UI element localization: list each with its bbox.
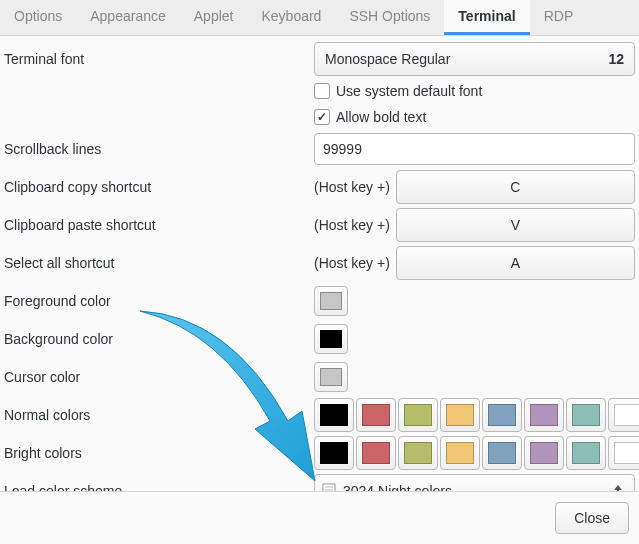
- copy-shortcut-label: Clipboard copy shortcut: [4, 179, 314, 195]
- normal-color-6[interactable]: [566, 398, 606, 432]
- color-swatch: [404, 442, 432, 464]
- bright-color-1[interactable]: [356, 436, 396, 470]
- bright-color-5[interactable]: [524, 436, 564, 470]
- hostkey-text: (Host key +): [314, 217, 390, 233]
- color-swatch: [320, 330, 342, 348]
- color-swatch: [320, 404, 348, 426]
- font-name: Monospace Regular: [325, 51, 450, 67]
- normal-colors-label: Normal colors: [4, 407, 314, 423]
- normal-color-0[interactable]: [314, 398, 354, 432]
- cursor-color-label: Cursor color: [4, 369, 314, 385]
- bright-palette: [314, 436, 639, 470]
- hostkey-text: (Host key +): [314, 255, 390, 271]
- use-system-font-label: Use system default font: [336, 83, 482, 99]
- bright-color-6[interactable]: [566, 436, 606, 470]
- bright-color-4[interactable]: [482, 436, 522, 470]
- normal-color-3[interactable]: [440, 398, 480, 432]
- file-icon: [321, 483, 337, 491]
- color-swatch: [530, 442, 558, 464]
- background-color-label: Background color: [4, 331, 314, 347]
- scrollback-input[interactable]: 99999: [314, 133, 635, 165]
- color-swatch: [320, 292, 342, 310]
- dialog-footer: Close: [0, 491, 639, 544]
- color-swatch: [320, 368, 342, 386]
- terminal-font-label: Terminal font: [4, 51, 314, 67]
- color-swatch: [530, 404, 558, 426]
- upload-icon: [608, 481, 628, 491]
- content-area: Terminal font Monospace Regular 12 Use s…: [0, 36, 639, 491]
- load-color-scheme-label: Load color scheme: [4, 483, 314, 491]
- normal-color-2[interactable]: [398, 398, 438, 432]
- color-scheme-chooser[interactable]: 3024 Night.colors: [314, 474, 635, 491]
- normal-color-5[interactable]: [524, 398, 564, 432]
- scrollback-label: Scrollback lines: [4, 141, 314, 157]
- normal-palette: [314, 398, 639, 432]
- tab-options[interactable]: Options: [0, 0, 76, 35]
- select-all-label: Select all shortcut: [4, 255, 314, 271]
- tab-ssh-options[interactable]: SSH Options: [335, 0, 444, 35]
- color-swatch: [320, 442, 348, 464]
- tab-terminal[interactable]: Terminal: [444, 0, 529, 35]
- foreground-color-label: Foreground color: [4, 293, 314, 309]
- background-color-button[interactable]: [314, 324, 348, 354]
- color-swatch: [404, 404, 432, 426]
- tab-applet[interactable]: Applet: [180, 0, 248, 35]
- tab-appearance[interactable]: Appearance: [76, 0, 180, 35]
- bright-color-0[interactable]: [314, 436, 354, 470]
- normal-color-1[interactable]: [356, 398, 396, 432]
- close-button[interactable]: Close: [555, 502, 629, 534]
- color-swatch: [446, 442, 474, 464]
- font-size: 12: [608, 51, 624, 67]
- checkbox-icon: [314, 83, 330, 99]
- color-swatch: [572, 404, 600, 426]
- color-swatch: [614, 404, 639, 426]
- checkbox-icon: [314, 109, 330, 125]
- scheme-file-name: 3024 Night.colors: [343, 483, 602, 491]
- color-swatch: [572, 442, 600, 464]
- select-all-key-button[interactable]: A: [396, 246, 635, 280]
- color-swatch: [362, 404, 390, 426]
- bright-color-7[interactable]: [608, 436, 639, 470]
- normal-color-4[interactable]: [482, 398, 522, 432]
- copy-key-button[interactable]: C: [396, 170, 635, 204]
- color-swatch: [488, 404, 516, 426]
- color-swatch: [488, 442, 516, 464]
- tab-rdp[interactable]: RDP: [530, 0, 588, 35]
- paste-shortcut-label: Clipboard paste shortcut: [4, 217, 314, 233]
- font-chooser-button[interactable]: Monospace Regular 12: [314, 42, 635, 76]
- paste-key-button[interactable]: V: [396, 208, 635, 242]
- color-swatch: [614, 442, 639, 464]
- bright-color-3[interactable]: [440, 436, 480, 470]
- bright-color-2[interactable]: [398, 436, 438, 470]
- cursor-color-button[interactable]: [314, 362, 348, 392]
- allow-bold-label: Allow bold text: [336, 109, 426, 125]
- foreground-color-button[interactable]: [314, 286, 348, 316]
- tab-bar: Options Appearance Applet Keyboard SSH O…: [0, 0, 639, 36]
- tab-keyboard[interactable]: Keyboard: [247, 0, 335, 35]
- hostkey-text: (Host key +): [314, 179, 390, 195]
- bright-colors-label: Bright colors: [4, 445, 314, 461]
- normal-color-7[interactable]: [608, 398, 639, 432]
- color-swatch: [362, 442, 390, 464]
- allow-bold-checkbox[interactable]: Allow bold text: [314, 104, 426, 130]
- use-system-font-checkbox[interactable]: Use system default font: [314, 78, 482, 104]
- color-swatch: [446, 404, 474, 426]
